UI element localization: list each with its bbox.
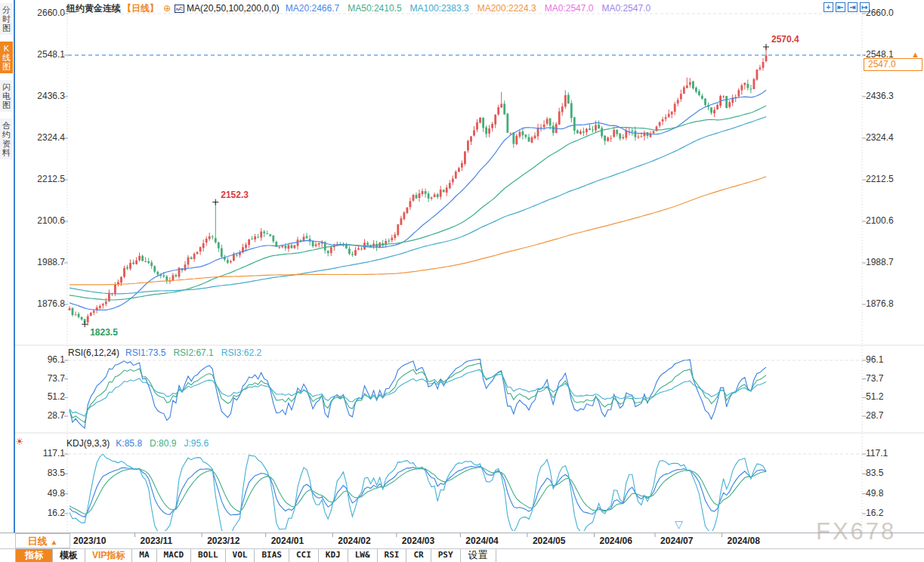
- toolbar-item-CR[interactable]: CR: [406, 549, 431, 562]
- ma-value-0: MA20:2466.7: [286, 3, 339, 14]
- kdj-axis-right-2: 49.8: [866, 488, 883, 499]
- kdj-axis-right-0: 117.1: [866, 448, 888, 459]
- kdj-value-0: K:85.8: [116, 438, 142, 449]
- month-label-2024/07: 2024/07: [660, 536, 693, 546]
- scale-right-icon[interactable]: ⇥: [848, 2, 858, 12]
- toolbar-item-PSY[interactable]: PSY: [431, 549, 461, 562]
- period-label: 日线: [28, 536, 48, 547]
- main-axis-left-5: 2100.6: [20, 215, 65, 226]
- rsi-axis-right-2: 51.2: [866, 391, 883, 402]
- ma-value-2: MA100:2383.3: [410, 3, 469, 14]
- toolbar-item-设置[interactable]: 设置: [461, 549, 496, 562]
- add-indicator-icon[interactable]: ⊕: [163, 3, 171, 14]
- annotation-2152.3: 2152.3: [221, 190, 249, 200]
- month-label-2024/08: 2024/08: [728, 536, 760, 546]
- main-axis-left-3: 2324.4: [20, 132, 65, 143]
- kdj-axis-left-0: 117.1: [20, 448, 65, 459]
- rsi-axis-left-2: 51.2: [20, 391, 65, 402]
- toolbar-item-RSI[interactable]: RSI: [378, 549, 407, 562]
- month-label-2023/10: 2023/10: [73, 536, 106, 546]
- toolbar-item-CCI[interactable]: CCI: [289, 549, 319, 562]
- main-axis-left-4: 2212.5: [20, 174, 65, 184]
- ma-indicator-icon[interactable]: [175, 4, 184, 14]
- month-label-2024/05: 2024/05: [533, 536, 565, 546]
- period-selector-button[interactable]: 日线▲: [15, 533, 70, 548]
- ma-value-1: MA50:2410.5: [348, 3, 401, 14]
- kdj-axis-left-1: 83.5: [20, 468, 65, 478]
- main-axis-left-0: 2660.0: [20, 8, 65, 18]
- scale-left-icon[interactable]: ⇤: [836, 2, 845, 12]
- chart-window-icons: +⇤⇥↦: [824, 2, 870, 12]
- main-axis-right-0: 2660.0: [866, 8, 894, 18]
- toolbar-item-MA[interactable]: MA: [132, 549, 156, 562]
- main-axis-right-3: 2324.4: [866, 132, 894, 143]
- last-price-box: 2547.0: [864, 58, 922, 71]
- chart-header: 纽约黄金连续 【日线】 ⊕ MA(20,50,100,200,0,0) MA20…: [66, 2, 659, 14]
- month-label-2024/06: 2024/06: [600, 536, 632, 546]
- watermark: FX678: [816, 518, 896, 545]
- month-label-2023/12: 2023/12: [207, 536, 239, 546]
- toolbar-item-BIAS[interactable]: BIAS: [255, 549, 289, 562]
- kdj-value-2: J:95.6: [184, 438, 209, 449]
- ma-value-5: MA0:2547.0: [601, 3, 651, 14]
- toolbar-item-MACD[interactable]: MACD: [157, 549, 192, 562]
- rsi-axis-left-0: 96.1: [20, 354, 65, 365]
- ma-value-3: MA200:2224.3: [477, 3, 536, 14]
- time-axis-row: 日线▲ 2023/102023/112023/122024/012024/022…: [0, 533, 924, 548]
- toolbar-item-模板[interactable]: 模板: [53, 549, 85, 562]
- main-axis-left-2: 2436.3: [20, 91, 65, 101]
- toolbar-item-KDJ[interactable]: KDJ: [319, 549, 348, 562]
- kline-chart-app: 分时图K线图闪电图合约资料 纽约黄金连续 【日线】 ⊕ MA(20,50,100…: [0, 0, 924, 562]
- sidebar-tab-2[interactable]: 闪电图: [0, 80, 13, 112]
- main-axis-left-6: 1988.7: [20, 257, 65, 267]
- scroll-down-icon[interactable]: ▽: [675, 518, 683, 530]
- ma-settings-label[interactable]: MA(20,50,100,200,0,0): [187, 3, 280, 14]
- toolbar-item-LW&[interactable]: LW&: [348, 549, 378, 562]
- toolbar-item-VIP指标[interactable]: VIP指标: [85, 549, 132, 562]
- symbol-name: 纽约黄金连续: [66, 2, 121, 15]
- rsi-value-1: RSI2:67.1: [173, 347, 213, 358]
- rsi-axis-left-3: 28.7: [20, 410, 65, 421]
- month-label-2024/01: 2024/01: [271, 536, 304, 546]
- kdj-axis-right-3: 16.2: [866, 508, 883, 518]
- toolbar-item-VOL[interactable]: VOL: [226, 549, 255, 562]
- annotation-1823.5: 1823.5: [90, 327, 118, 338]
- toolbar-item-指标[interactable]: 指标: [15, 549, 53, 562]
- price-up-arrow-icon: ▲: [911, 50, 919, 59]
- kdj-title[interactable]: KDJ(9,3,3): [66, 438, 110, 449]
- month-label-2023/11: 2023/11: [141, 536, 173, 546]
- kdj-value-1: D:80.9: [150, 438, 176, 449]
- rsi-value-0: RSI1:73.5: [125, 347, 165, 358]
- main-axis-right-4: 2212.5: [866, 174, 894, 184]
- price-chart-canvas[interactable]: [0, 0, 924, 562]
- kdj-axis-left-3: 16.2: [20, 508, 65, 518]
- rsi-axis-right-3: 28.7: [866, 410, 883, 421]
- ma-values: MA20:2466.7MA50:2410.5MA100:2383.3MA200:…: [286, 3, 659, 14]
- rsi-title[interactable]: RSI(6,12,24): [68, 347, 119, 358]
- month-label-2024/04: 2024/04: [465, 536, 498, 546]
- main-axis-left-7: 1876.8: [20, 298, 65, 309]
- main-axis-right-6: 1988.7: [866, 257, 894, 267]
- main-axis-right-5: 2100.6: [866, 215, 894, 226]
- rsi-axis-right-0: 96.1: [866, 354, 883, 365]
- main-axis-right-2: 2436.3: [866, 91, 894, 101]
- period-arrow-icon: ▲: [51, 538, 58, 546]
- indicator-settings-sun-icon[interactable]: ☀: [15, 436, 24, 447]
- period-tag[interactable]: 【日线】: [122, 2, 159, 15]
- toolbar-item-BOLL[interactable]: BOLL: [191, 549, 226, 562]
- crosshair-icon[interactable]: +: [824, 2, 833, 12]
- main-axis-right-7: 1876.8: [866, 298, 894, 309]
- kdj-axis-left-2: 49.8: [20, 488, 65, 499]
- kdj-header: KDJ(9,3,3)K:85.8D:80.9J:95.6: [66, 438, 216, 449]
- sidebar-tab-1[interactable]: K线图: [0, 42, 13, 73]
- pan-right-icon[interactable]: ↦: [860, 2, 870, 12]
- left-sidebar: 分时图K线图闪电图合约资料: [0, 0, 15, 533]
- main-axis-left-1: 2548.1: [20, 49, 65, 60]
- rsi-axis-right-1: 73.7: [866, 373, 883, 384]
- sidebar-tab-3[interactable]: 合约资料: [0, 119, 13, 159]
- sidebar-tab-0[interactable]: 分时图: [0, 3, 13, 35]
- ma-value-4: MA0:2547.0: [545, 3, 594, 14]
- kdj-axis-right-1: 83.5: [866, 468, 883, 478]
- indicator-toolbar: 指标模板VIP指标MAMACDBOLLVOLBIASCCIKDJLW&RSICR…: [0, 548, 924, 562]
- rsi-value-2: RSI3:62.2: [221, 347, 261, 358]
